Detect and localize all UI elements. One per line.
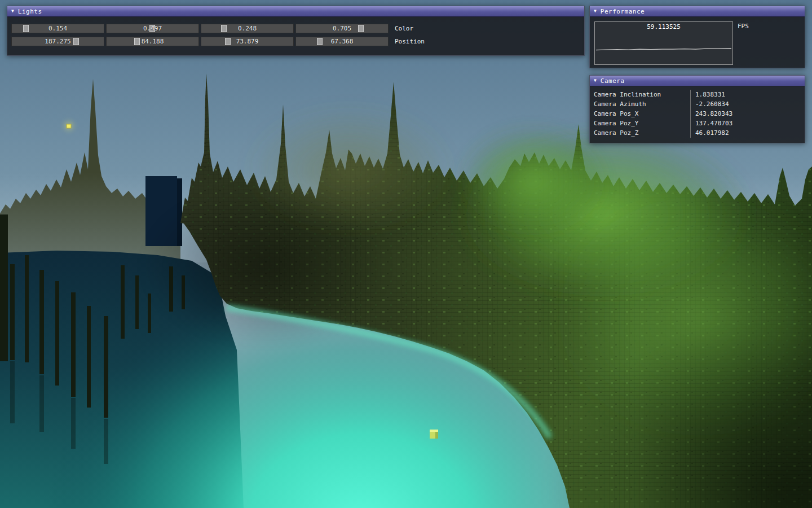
light-position-z-slider[interactable]: 73.879 [201, 37, 294, 46]
fps-value: 59.113525 [595, 23, 732, 30]
camera-pos-z-row: Camera Poz_Z 46.017982 [590, 128, 805, 138]
camera-row-label: Camera Pos_X [590, 110, 690, 117]
light-color-r-slider[interactable]: 0.154 [11, 24, 104, 33]
light-color-a-slider[interactable]: 0.705 [295, 24, 389, 33]
panel-camera-titlebar[interactable]: ▼ Camera [590, 76, 805, 86]
camera-row-label: Camera Poz_Z [590, 129, 690, 137]
slider-value: 187.275 [12, 37, 104, 46]
slider-value: 0.497 [107, 24, 198, 33]
row-label: Position [395, 38, 425, 45]
camera-row-label: Camera Poz_Y [590, 120, 690, 127]
light-cube-sky [64, 121, 73, 130]
camera-row-value[interactable]: 1.838331 [690, 90, 805, 99]
panel-title: Performance [601, 8, 645, 15]
slider-value: 0.705 [296, 24, 388, 33]
panel-camera: ▼ Camera Camera Inclination 1.838331 Cam… [589, 75, 805, 143]
camera-row-value[interactable]: -2.260834 [690, 99, 805, 109]
light-position-row: 187.275 84.188 73.879 67.368 Position [11, 37, 580, 46]
panel-performance: ▼ Performance 59.113525 FPS [589, 6, 805, 68]
camera-azimuth-row: Camera Azimuth -2.260834 [590, 99, 805, 109]
fps-graph: 59.113525 [594, 21, 733, 65]
collapse-icon[interactable]: ▼ [11, 9, 14, 14]
light-position-w-slider[interactable]: 67.368 [295, 37, 389, 46]
slider-value: 73.879 [201, 37, 293, 46]
slider-value: 0.248 [201, 24, 293, 33]
slider-value: 0.154 [12, 24, 104, 33]
collapse-icon[interactable]: ▼ [594, 78, 597, 83]
panel-title: Camera [601, 77, 625, 85]
fps-unit-label: FPS [738, 21, 749, 30]
panel-title: Lights [18, 8, 42, 15]
camera-row-value[interactable]: 137.470703 [690, 119, 805, 128]
panel-lights-titlebar[interactable]: ▼ Lights [7, 6, 584, 17]
camera-row-label: Camera Inclination [590, 91, 690, 98]
slider-value: 84.188 [107, 37, 198, 46]
row-label: Color [395, 25, 413, 32]
panel-lights: ▼ Lights 0.154 0.497 0.248 0.705 Color [7, 6, 585, 56]
slider-value: 67.368 [296, 37, 388, 46]
collapse-icon[interactable]: ▼ [594, 9, 597, 14]
light-position-y-slider[interactable]: 84.188 [106, 37, 199, 46]
camera-pos-y-row: Camera Poz_Y 137.470703 [590, 119, 805, 128]
camera-pos-x-row: Camera Pos_X 243.820343 [590, 109, 805, 119]
camera-row-label: Camera Azimuth [590, 100, 690, 108]
camera-row-value[interactable]: 243.820343 [690, 109, 805, 119]
panel-performance-titlebar[interactable]: ▼ Performance [590, 6, 805, 17]
camera-row-value[interactable]: 46.017982 [690, 128, 805, 138]
light-position-x-slider[interactable]: 187.275 [11, 37, 104, 46]
light-cube-shore [430, 430, 438, 439]
light-color-g-slider[interactable]: 0.497 [106, 24, 199, 33]
camera-inclination-row: Camera Inclination 1.838331 [590, 90, 805, 99]
light-color-row: 0.154 0.497 0.248 0.705 Color [11, 24, 580, 33]
light-color-b-slider[interactable]: 0.248 [201, 24, 294, 33]
